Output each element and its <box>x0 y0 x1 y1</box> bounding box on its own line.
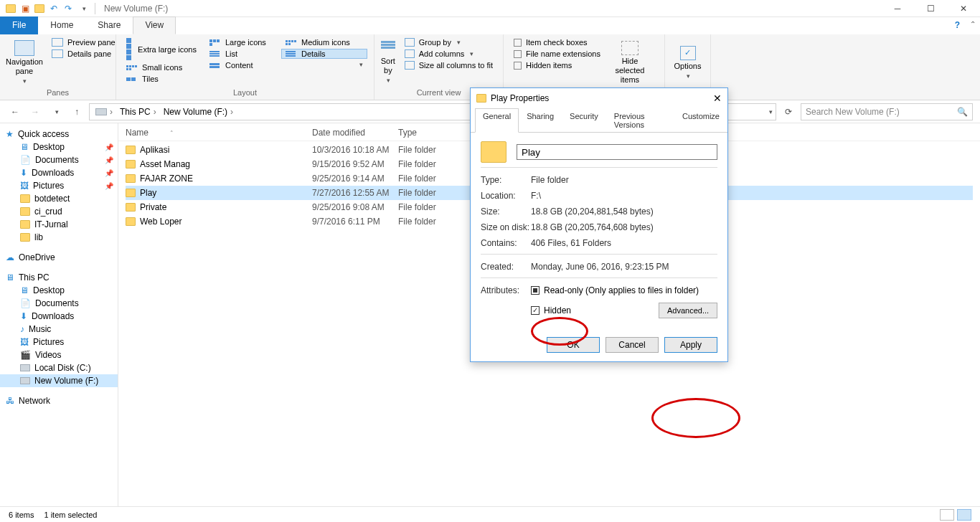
qat-dropdown-icon[interactable]: ▾ <box>77 2 90 15</box>
col-date[interactable]: Date modified <box>312 128 398 138</box>
row-name: Aplikasi <box>140 145 169 155</box>
col-name[interactable]: Name˄ <box>126 128 312 138</box>
navigation-pane-label: Navigation pane <box>6 57 43 76</box>
cancel-button[interactable]: Cancel <box>606 337 659 353</box>
file-extensions-toggle[interactable]: File name extensions <box>509 49 605 59</box>
dialog-tab-sharing[interactable]: Sharing <box>519 108 562 133</box>
layout-list[interactable]: List <box>205 49 277 59</box>
prop-location-value: F:\ <box>531 191 541 201</box>
forward-button[interactable]: → <box>27 104 43 120</box>
dialog-tab-previous[interactable]: Previous Versions <box>606 108 674 133</box>
hidden-checkbox[interactable]: ✓ <box>531 306 540 315</box>
hidden-items-toggle[interactable]: Hidden items <box>509 60 605 70</box>
row-date: 7/27/2016 12:55 AM <box>312 188 398 198</box>
bc-history-icon[interactable]: ▾ <box>769 108 773 115</box>
row-name: Private <box>140 202 166 212</box>
sidebar-t-videos[interactable]: 🎬Videos <box>0 348 118 361</box>
dialog-name-input[interactable] <box>517 144 717 160</box>
sidebar-botdetect[interactable]: botdetect <box>0 192 118 205</box>
dialog-tab-customize[interactable]: Customize <box>674 108 727 133</box>
sidebar: ★Quick access 🖥Desktop📌 📄Documents📌 ⬇Dow… <box>0 123 118 506</box>
layout-group-label: Layout <box>122 88 368 98</box>
sidebar-itjurnal[interactable]: IT-Jurnal <box>0 218 118 231</box>
readonly-checkbox[interactable] <box>531 286 540 295</box>
sizefit-button[interactable]: Size all columns to fit <box>400 60 497 70</box>
dialog-tab-security[interactable]: Security <box>562 108 606 133</box>
sidebar-pictures[interactable]: 🖼Pictures📌 <box>0 179 118 192</box>
tab-share[interactable]: Share <box>85 16 133 34</box>
sidebar-newf[interactable]: New Volume (F:) <box>0 374 118 387</box>
groupby-button[interactable]: Group by▾ <box>400 37 497 47</box>
tab-home[interactable]: Home <box>38 16 85 34</box>
sidebar-thispc[interactable]: 🖥This PC <box>0 271 118 284</box>
qat-properties-icon[interactable]: ▣ <box>19 2 32 15</box>
prop-contains-label: Contains: <box>481 238 531 248</box>
apply-button[interactable]: Apply <box>664 337 717 353</box>
sidebar-network[interactable]: 🖧Network <box>0 394 118 407</box>
item-checkboxes-toggle[interactable]: Item check boxes <box>509 37 605 47</box>
tab-file[interactable]: File <box>0 16 38 34</box>
row-date: 9/25/2016 9:08 AM <box>312 202 398 212</box>
sidebar-t-desktop[interactable]: 🖥Desktop <box>0 284 118 297</box>
layout-small[interactable]: Small icons <box>122 62 201 72</box>
bc-drive-icon[interactable]: › <box>93 107 116 117</box>
sidebar-desktop[interactable]: 🖥Desktop📌 <box>0 141 118 153</box>
preview-pane-button[interactable]: Preview pane <box>47 37 120 47</box>
search-box[interactable]: Search New Volume (F:) 🔍 <box>801 103 973 120</box>
layout-tiles[interactable]: Tiles <box>122 74 201 84</box>
help-icon[interactable]: ? <box>955 20 960 30</box>
sidebar-onedrive[interactable]: ☁OneDrive <box>0 251 118 264</box>
advanced-button[interactable]: Advanced... <box>659 303 717 318</box>
sidebar-localc[interactable]: Local Disk (C:) <box>0 361 118 374</box>
qat-undo-icon[interactable]: ↶ <box>47 2 60 15</box>
sidebar-downloads[interactable]: ⬇Downloads📌 <box>0 166 118 179</box>
tab-view[interactable]: View <box>133 16 176 34</box>
prop-type-label: Type: <box>481 175 531 185</box>
details-pane-button[interactable]: Details pane <box>47 49 120 59</box>
sidebar-t-downloads[interactable]: ⬇Downloads <box>0 310 118 323</box>
layout-large[interactable]: Large icons <box>205 37 277 47</box>
panes-group-label: Panes <box>6 88 110 98</box>
refresh-button[interactable]: ⟳ <box>781 104 796 120</box>
qat-redo-icon[interactable]: ↷ <box>62 2 75 15</box>
view-large-icons-button[interactable] <box>940 509 954 521</box>
collapse-ribbon-icon[interactable]: ⌃ <box>970 20 976 28</box>
up-button[interactable]: ↑ <box>69 104 85 120</box>
minimize-button[interactable]: ─ <box>881 0 914 16</box>
dialog-tab-general[interactable]: General <box>475 108 519 133</box>
sidebar-t-pictures[interactable]: 🖼Pictures <box>0 336 118 348</box>
sidebar-t-documents[interactable]: 📄Documents <box>0 297 118 310</box>
hide-selected-button[interactable]: Hide selected items <box>609 37 651 88</box>
navigation-pane-button[interactable]: Navigation pane▾ <box>6 37 43 88</box>
search-placeholder: Search New Volume (F:) <box>806 107 900 117</box>
view-details-button[interactable] <box>957 509 971 521</box>
status-selected: 1 item selected <box>44 511 97 519</box>
layout-medium[interactable]: Medium icons <box>281 37 367 47</box>
qat-newfolder-icon[interactable] <box>33 2 46 15</box>
readonly-label: Read-only (Only applies to files in fold… <box>544 285 699 295</box>
bc-thispc[interactable]: This PC› <box>117 107 159 117</box>
sidebar-lib[interactable]: lib <box>0 231 118 244</box>
row-name: Web Loper <box>140 217 182 227</box>
maximize-button[interactable]: ☐ <box>914 0 947 16</box>
sidebar-cicrud[interactable]: ci_crud <box>0 205 118 218</box>
recent-locations-button[interactable]: ▾ <box>49 104 65 120</box>
bc-drive[interactable]: New Volume (F:)› <box>161 107 236 117</box>
close-button[interactable]: ✕ <box>947 0 980 16</box>
options-button[interactable]: ✓ Options▾ <box>671 37 705 88</box>
layout-more[interactable]: ▾ <box>281 60 367 69</box>
sidebar-quickaccess[interactable]: ★Quick access <box>0 128 118 141</box>
sidebar-documents[interactable]: 📄Documents📌 <box>0 153 118 166</box>
dialog-big-folder-icon <box>481 141 507 163</box>
layout-content[interactable]: Content <box>205 60 277 70</box>
addcolumns-button[interactable]: Add columns▾ <box>400 49 497 59</box>
layout-details[interactable]: Details <box>281 49 367 59</box>
layout-xl[interactable]: Extra large icons <box>122 37 201 61</box>
back-button[interactable]: ← <box>7 104 23 120</box>
dialog-close-button[interactable]: ✕ <box>713 92 722 104</box>
sidebar-t-music[interactable]: ♪Music <box>0 323 118 336</box>
dialog-title-bar[interactable]: Play Properties ✕ <box>471 88 727 108</box>
prop-size-value: 18.8 GB (20,204,881,548 bytes) <box>531 207 654 217</box>
prop-size-label: Size: <box>481 207 531 217</box>
sortby-button[interactable]: Sort by▾ <box>380 37 396 88</box>
